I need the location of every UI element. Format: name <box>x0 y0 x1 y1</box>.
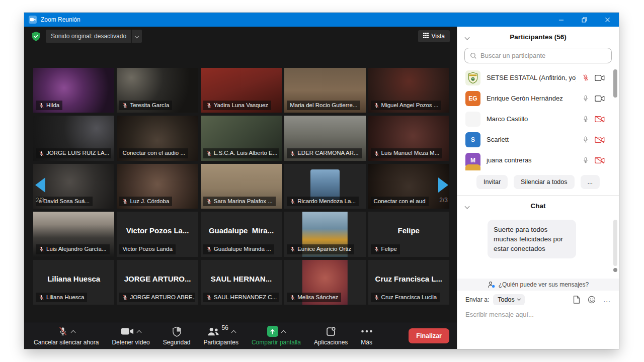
toolbar-compartir-pantalla[interactable]: Compartir pantalla <box>245 322 307 349</box>
invite-button[interactable]: Invitar <box>476 175 508 189</box>
video-tile[interactable]: Sara Marina Palafox ... <box>201 164 282 209</box>
end-meeting-button[interactable]: Finalizar <box>409 328 449 343</box>
view-button[interactable]: Vista <box>418 30 450 42</box>
chevron-up-icon[interactable] <box>281 330 286 335</box>
emoji-icon[interactable] <box>588 296 596 304</box>
video-tile[interactable]: Melisa Sánchez <box>284 260 365 305</box>
window-controls <box>549 13 619 27</box>
video-tile[interactable]: Luis Alejandro García... <box>33 212 114 256</box>
mic-muted-icon <box>290 246 295 252</box>
minimize-button[interactable] <box>549 13 573 27</box>
camera-off-icon <box>595 136 605 143</box>
tile-name-label: JORGE ARTURO ABRE... <box>119 293 195 303</box>
video-tile[interactable]: FelipeFelipe <box>368 212 449 256</box>
video-tile[interactable]: Conectar con el audio ... <box>117 116 198 160</box>
chat-input[interactable] <box>465 311 611 318</box>
previous-page-arrow[interactable] <box>35 177 45 193</box>
tile-name-label: Luis Alejandro García... <box>36 244 110 254</box>
toolbar-participantes[interactable]: 56Participantes <box>197 322 245 349</box>
video-tile[interactable]: Ricardo Mendoza La... <box>284 164 365 209</box>
meeting-toolbar: Cancelar silenciar ahoraDetener vídeoSeg… <box>24 322 457 349</box>
video-tile[interactable]: Luz J. Córdoba <box>117 164 198 209</box>
tile-name-label: Miguel Angel Pozos ... <box>371 101 442 111</box>
toolbar-item-label: Detener vídeo <box>112 339 149 346</box>
tile-name-label: Felipe <box>371 244 400 254</box>
original-sound-dropdown[interactable] <box>132 30 142 43</box>
tile-name-label: JORGE LUIS RUIZ LA... <box>36 148 111 158</box>
video-tile[interactable]: Teresita García <box>117 68 198 113</box>
video-tile[interactable]: L.S.C.A. Luis Alberto E... <box>201 116 282 160</box>
toolbar-cancelar-silenciar-ahora[interactable]: Cancelar silenciar ahora <box>27 322 105 349</box>
participant-row[interactable]: Mjuana contreras <box>457 150 619 170</box>
chevron-up-icon[interactable] <box>70 330 75 335</box>
chevron-up-icon[interactable] <box>231 330 236 335</box>
mic-icon <box>582 156 589 164</box>
video-tile[interactable]: Eunice Aparicio Ortiz <box>284 212 365 256</box>
grid-view-icon <box>423 33 429 40</box>
toolbar-aplicaciones[interactable]: Aplicaciones <box>307 322 354 349</box>
collapse-participants-icon[interactable] <box>465 33 471 39</box>
search-input[interactable] <box>480 52 606 59</box>
view-button-label: Vista <box>432 33 445 40</box>
restore-button[interactable] <box>573 13 596 27</box>
chat-scrollbar[interactable] <box>613 220 617 266</box>
participant-row[interactable]: SScarlett <box>457 129 619 150</box>
video-tile[interactable]: Victor Pozos La...Victor Pozos Landa <box>117 212 198 256</box>
participants-more-button[interactable]: ... <box>581 175 600 189</box>
collapse-chat-icon[interactable] <box>465 202 471 208</box>
mute-all-button[interactable]: Silenciar a todos <box>514 175 574 189</box>
chat-title: Chat <box>531 202 546 210</box>
video-tile[interactable]: Guadalupe Mira...Guadalupe Miranda ... <box>201 212 282 256</box>
original-sound-label: Sonido original: desactivado <box>46 30 131 43</box>
chat-privacy-bar[interactable]: ¿Quién puede ver sus mensajes? <box>457 279 619 291</box>
chat-more-icon[interactable]: ... <box>603 296 611 303</box>
participant-row[interactable]: Marco Castillo <box>457 109 619 129</box>
original-sound-button[interactable]: Sonido original: desactivado <box>46 30 142 43</box>
chat-scroll-dot[interactable] <box>613 268 617 272</box>
toolbar-m-s[interactable]: Más <box>354 322 379 349</box>
toolbar-detener-v-deo[interactable]: Detener vídeo <box>105 322 156 349</box>
participants-list: SETSE ESTATAL (Anfitrión, yo)EGEnrique G… <box>457 67 619 170</box>
video-tile[interactable]: Miguel Angel Pozos ... <box>368 68 449 113</box>
participant-row[interactable]: EGEnrique Geròn Hernández <box>457 88 619 109</box>
tile-name-label: Luz J. Córdoba <box>119 197 172 207</box>
toolbar-seguridad[interactable]: Seguridad <box>156 322 197 349</box>
video-tile[interactable]: Liliana HuescaLiliana Huesca <box>33 260 114 305</box>
participant-row[interactable]: SETSE ESTATAL (Anfitrión, yo) <box>457 67 619 88</box>
tile-name-label: Victor Pozos Landa <box>119 244 176 254</box>
toolbar-item-label: Participantes <box>204 339 238 346</box>
tile-name-label: Teresita García <box>119 101 172 111</box>
close-button[interactable] <box>596 13 619 27</box>
video-tile[interactable]: EDER CARMONA AR... <box>284 116 365 160</box>
chevron-up-icon[interactable] <box>137 330 142 335</box>
next-page-arrow[interactable] <box>438 177 448 193</box>
video-tile[interactable]: JORGE LUIS RUIZ LA... <box>33 116 114 160</box>
titlebar[interactable]: Zoom Reunión <box>24 13 619 27</box>
video-tile[interactable]: s David Sosa Suá... <box>33 164 114 209</box>
chat-send-row: Enviar a: Todos ... <box>457 291 619 309</box>
more-icon <box>361 330 372 333</box>
video-tile[interactable]: Conectar con el aud <box>368 164 449 209</box>
video-tile[interactable]: Yadira Luna Vasquez <box>201 68 282 113</box>
participant-search[interactable] <box>464 48 612 63</box>
zoom-app-icon <box>29 16 37 24</box>
mic-icon <box>582 115 589 123</box>
video-tile[interactable]: Luis Manuel Meza M... <box>368 116 449 160</box>
mic-muted-icon <box>39 246 44 252</box>
video-tile[interactable]: SAUL HERNAN...SAUL HERNANDEZ C... <box>201 260 282 305</box>
mic-muted-icon <box>122 103 128 108</box>
mic-icon <box>582 95 589 102</box>
tile-name-label: EDER CARMONA AR... <box>287 148 361 158</box>
tile-name-label: SAUL HERNANDEZ C... <box>203 293 279 303</box>
video-tile[interactable]: Maria del Rocio Gutierre... <box>284 68 365 113</box>
participants-scrollbar[interactable] <box>613 69 617 98</box>
video-tile[interactable]: JORGE ARTURO...JORGE ARTURO ABRE... <box>117 260 198 305</box>
toolbar-item-label: Cancelar silenciar ahora <box>34 339 99 346</box>
avatar: S <box>465 132 480 147</box>
tile-name-label: Ricardo Mendoza La... <box>287 197 359 207</box>
video-tile[interactable]: Cruz Francisca L...Cruz Francisca Lucila <box>368 260 449 305</box>
participants-header: Participantes (56) <box>457 27 619 47</box>
send-to-dropdown[interactable]: Todos <box>493 294 524 305</box>
video-tile[interactable]: Hilda <box>33 68 114 113</box>
file-attach-icon[interactable] <box>573 296 580 304</box>
